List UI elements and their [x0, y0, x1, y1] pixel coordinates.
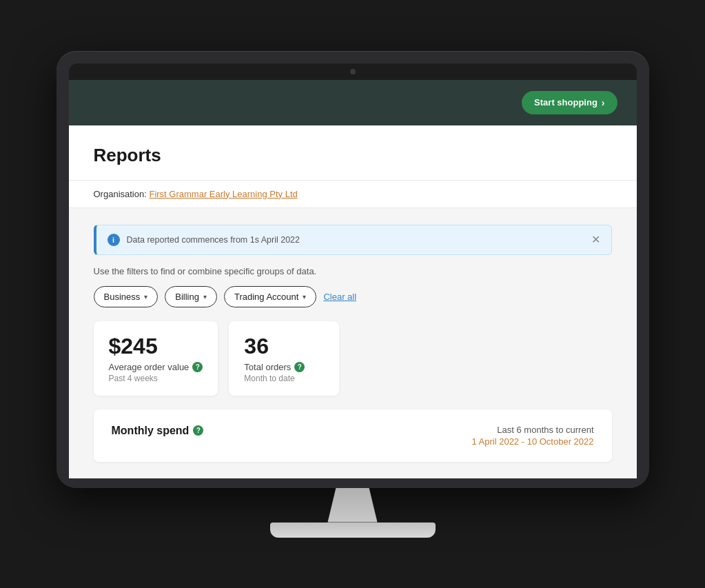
navbar: Start shopping ›	[69, 80, 637, 125]
monthly-spend-range: Last 6 months to current 1 April 2022 - …	[471, 425, 593, 447]
trading-account-filter-button[interactable]: Trading Account ▾	[224, 286, 316, 307]
page-header: Reports	[69, 125, 637, 181]
stats-row: $245 Average order value ? Past 4 weeks …	[94, 321, 612, 396]
business-filter-button[interactable]: Business ▾	[94, 286, 159, 307]
stand-neck	[311, 488, 394, 523]
monitor-bottom-bezel	[69, 478, 637, 488]
average-order-help-icon[interactable]: ?	[192, 362, 203, 372]
monthly-card-header: Monthly spend ? Last 6 months to current…	[112, 425, 594, 447]
average-order-value-card: $245 Average order value ? Past 4 weeks	[94, 321, 218, 396]
screen-content: Start shopping › Reports Organisation: F…	[69, 80, 637, 478]
monthly-spend-help-icon[interactable]: ?	[193, 425, 203, 436]
filter-hint: Use the filters to find or combine speci…	[94, 266, 612, 276]
filters-row: Business ▾ Billing ▾ Trading Account ▾	[94, 286, 612, 307]
camera-dot	[350, 69, 356, 74]
average-order-sublabel: Past 4 weeks	[109, 374, 203, 383]
clear-all-button[interactable]: Clear all	[323, 292, 356, 302]
info-banner-text: Data reported commences from 1s April 20…	[127, 235, 300, 245]
org-bar: Organisation: First Grammar Early Learni…	[69, 181, 637, 208]
total-orders-card: 36 Total orders ? Month to date	[229, 321, 339, 396]
monthly-spend-card: Monthly spend ? Last 6 months to current…	[94, 409, 612, 462]
start-shopping-button[interactable]: Start shopping ›	[522, 91, 617, 114]
average-order-label: Average order value ?	[109, 362, 203, 372]
monthly-range-dates: 1 April 2022 - 10 October 2022	[471, 436, 593, 447]
business-filter-label: Business	[104, 292, 141, 302]
billing-filter-button[interactable]: Billing ▾	[165, 286, 217, 307]
org-name-link[interactable]: First Grammar Early Learning Pty Ltd	[149, 189, 297, 199]
org-label: Organisation:	[94, 189, 147, 199]
total-orders-help-icon[interactable]: ?	[294, 362, 305, 372]
billing-filter-label: Billing	[175, 292, 199, 302]
total-orders-sublabel: Month to date	[244, 374, 324, 383]
billing-chevron-icon: ▾	[203, 293, 207, 301]
trading-chevron-icon: ▾	[303, 293, 306, 301]
start-shopping-arrow: ›	[602, 97, 605, 108]
monitor-stand	[57, 488, 649, 538]
average-order-value: $245	[109, 334, 203, 359]
info-icon: i	[108, 234, 120, 246]
info-banner: i Data reported commences from 1s April …	[94, 225, 612, 255]
content-area: i Data reported commences from 1s April …	[69, 208, 637, 478]
trading-account-filter-label: Trading Account	[234, 292, 298, 302]
monthly-spend-title: Monthly spend ?	[112, 425, 204, 437]
total-orders-label: Total orders ?	[244, 362, 324, 372]
start-shopping-label: Start shopping	[534, 97, 597, 108]
banner-close-button[interactable]: ✕	[591, 234, 600, 245]
business-chevron-icon: ▾	[144, 293, 147, 301]
monthly-range-label: Last 6 months to current	[471, 425, 593, 435]
monitor: Start shopping › Reports Organisation: F…	[57, 51, 649, 538]
page-title: Reports	[94, 145, 612, 166]
main-content: Reports Organisation: First Grammar Earl…	[69, 125, 637, 478]
stand-base	[270, 523, 436, 538]
info-banner-left: i Data reported commences from 1s April …	[108, 234, 300, 246]
total-orders-value: 36	[244, 334, 324, 359]
